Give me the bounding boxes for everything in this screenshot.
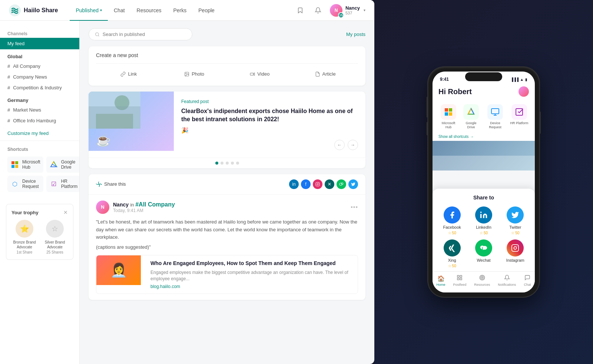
xing-share-icon[interactable]: ✕ (325, 179, 334, 189)
phone-nav-postfeed[interactable]: Postfeed (453, 275, 467, 287)
nav-chat[interactable]: Chat (108, 0, 131, 21)
bookmark-icon[interactable] (294, 4, 306, 16)
dot-2[interactable] (221, 162, 223, 165)
dot-1[interactable] (215, 162, 218, 165)
create-post-title: Create a new post (96, 52, 358, 58)
phone-nav-resources[interactable]: Resources (474, 275, 490, 287)
linkedin-share-icon[interactable]: in (289, 179, 299, 189)
prev-arrow-button[interactable]: ← (334, 140, 345, 150)
phone-xing-label: Xing (448, 258, 456, 262)
create-link-button[interactable]: Link (96, 68, 162, 80)
sidebar-market-news[interactable]: # Market News (0, 105, 79, 115)
user-badge[interactable]: N 15 Nancy 537 ▾ (330, 4, 365, 17)
phone-time: 9:41 (440, 77, 449, 82)
twitter-share-icon[interactable] (348, 179, 358, 189)
phone-share-facebook[interactable]: Facebook ☆ 50 (438, 206, 466, 235)
svg-rect-24 (445, 112, 448, 116)
sidebar-company-news[interactable]: # Company News (0, 72, 79, 82)
phone-shortcut-hr[interactable]: HR Platform (510, 104, 529, 129)
user-points: 537 (345, 11, 360, 15)
phone-share-xing[interactable]: Xing ☆ 50 (438, 239, 466, 268)
phone-header: Hi Robert (433, 83, 535, 101)
sidebar-all-company[interactable]: # All Company (0, 61, 79, 72)
article-icon (315, 72, 320, 77)
nav-items: Published ▾ Chat Resources Perks People (70, 0, 294, 21)
gdrive-label: Google Drive (461, 121, 481, 129)
shortcut-microsoft-hub[interactable]: Microsoft Hub (7, 156, 43, 173)
author-channel[interactable]: #All Company (135, 201, 175, 208)
wechat-share-icon[interactable] (337, 179, 346, 189)
featured-emoji: 🎉 (181, 127, 189, 133)
google-drive-icon (49, 160, 58, 169)
featured-tag: Featured post (181, 99, 358, 104)
more-options-button[interactable]: ••• (351, 204, 358, 211)
dot-5[interactable] (236, 162, 239, 165)
trophy-bronze: ⭐ Bronze Brand Advocate 1st Share (11, 220, 37, 254)
svg-rect-37 (460, 278, 462, 280)
instagram-share-icon[interactable] (313, 179, 322, 189)
phone-nav-chat[interactable]: Chat (524, 275, 531, 287)
dot-4[interactable] (231, 162, 234, 165)
gdrive-icon (463, 104, 479, 120)
phone-nav-home[interactable]: 🏠 Home (437, 275, 445, 287)
logo[interactable]: Haiilo Share (9, 4, 58, 16)
post-body: N Nancy in #All Company Today, 9:41 AM (89, 195, 365, 300)
svg-rect-23 (449, 108, 452, 112)
phone-xing-icon (444, 239, 461, 257)
nav-people[interactable]: People (192, 0, 221, 21)
article-preview[interactable]: 👩‍💼 Who Are Engaged Employees, How to Sp… (96, 255, 358, 294)
article-link[interactable]: blog.haiilo.com (150, 284, 353, 289)
nav-resources[interactable]: Resources (131, 0, 168, 21)
article-title: Who Are Engaged Employees, How to Spot T… (150, 260, 353, 267)
phone-shortcut-device[interactable]: Device Request (484, 104, 507, 129)
phone-shortcut-ms[interactable]: Microsoft Hub (438, 104, 458, 129)
main-content: Channels My feed Global # All Company # … (0, 21, 374, 364)
bronze-trophy-name: Bronze Brand Advocate (11, 240, 37, 249)
phone-user-avatar[interactable] (519, 86, 529, 97)
phone-screen: 9:41 ▐▐▐ ▲ ▮ Hi Robert (433, 72, 535, 292)
share-grid: Facebook ☆ 50 LinkedIn ☆ 50 (438, 206, 529, 268)
phone-twitter-stars: ☆ 50 (511, 231, 519, 235)
phone-shortcuts: Microsoft Hub Google Drive (433, 101, 535, 132)
sidebar-office-hamburg[interactable]: # Office Info Hamburg (0, 115, 79, 126)
dot-3[interactable] (226, 162, 229, 165)
phone-linkedin-label: LinkedIn (476, 225, 491, 229)
phone-nav-notifications[interactable]: Notifications (498, 275, 516, 287)
featured-title: ClearBox's indipendent exports chose Hai… (181, 107, 358, 124)
customize-feed-link[interactable]: Customize my feed (0, 126, 79, 140)
svg-marker-12 (254, 73, 255, 75)
show-all-shortcuts-link[interactable]: Show all shortcuts → (433, 132, 535, 141)
trophy-close-button[interactable]: ✕ (63, 209, 68, 215)
shortcut-google-drive[interactable]: Google Drive (46, 156, 80, 173)
search-bar: My posts (89, 28, 365, 40)
shortcut-hr-platform[interactable]: ☑ HR Platform (46, 176, 80, 192)
phone-share-twitter[interactable]: Twitter ☆ 50 (502, 206, 529, 235)
phone-shortcut-gdrive[interactable]: Google Drive (461, 104, 481, 129)
search-input[interactable] (103, 32, 186, 37)
search-wrapper[interactable] (89, 28, 192, 40)
phone-share-instagram[interactable]: Instagram (502, 239, 529, 268)
phone-share-wechat[interactable]: Wechat (470, 239, 497, 268)
sidebar-my-feed[interactable]: My feed (0, 38, 79, 49)
phone-mockup: 9:41 ▐▐▐ ▲ ▮ Hi Robert (374, 0, 593, 364)
create-video-button[interactable]: Video (227, 68, 293, 80)
next-arrow-button[interactable]: → (348, 140, 358, 150)
shortcut-device-request[interactable]: ⬡ Device Request (7, 176, 43, 192)
create-article-button[interactable]: Article (292, 68, 358, 80)
nav-published[interactable]: Published ▾ (70, 0, 108, 21)
author-details: Nancy in #All Company Today, 9:41 AM (113, 201, 175, 213)
create-photo-button[interactable]: Photo (162, 68, 227, 80)
phone-twitter-label: Twitter (509, 225, 521, 229)
phone-share-linkedin[interactable]: LinkedIn ☆ 50 (470, 206, 497, 235)
user-level: 15 (338, 12, 344, 18)
svg-point-19 (318, 183, 319, 183)
facebook-share-icon[interactable]: f (301, 179, 311, 189)
phone-xing-stars: ☆ 50 (448, 264, 456, 268)
my-posts-link[interactable]: My posts (346, 32, 365, 37)
nav-perks[interactable]: Perks (167, 0, 192, 21)
svg-rect-4 (15, 165, 18, 168)
svg-rect-33 (512, 245, 519, 251)
sidebar-competition[interactable]: # Competition & Industry (0, 82, 79, 93)
bell-icon[interactable] (312, 4, 324, 16)
video-icon (250, 72, 255, 77)
